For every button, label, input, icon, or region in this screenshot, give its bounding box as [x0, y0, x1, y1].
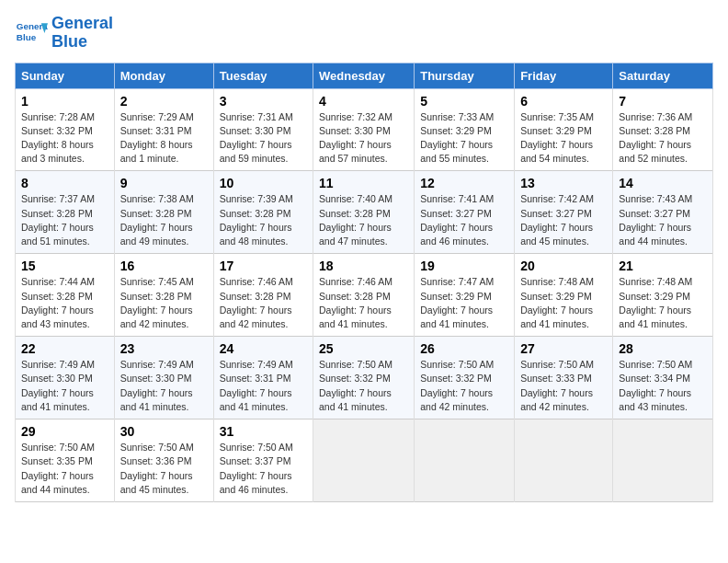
- calendar-cell: 11Sunrise: 7:40 AM Sunset: 3:28 PM Dayli…: [313, 171, 415, 254]
- day-info: Sunrise: 7:46 AM Sunset: 3:28 PM Dayligh…: [319, 275, 408, 331]
- calendar-cell: 10Sunrise: 7:39 AM Sunset: 3:28 PM Dayli…: [213, 171, 313, 254]
- calendar-cell: 22Sunrise: 7:49 AM Sunset: 3:30 PM Dayli…: [16, 337, 115, 419]
- day-number: 30: [120, 424, 208, 439]
- day-number: 11: [319, 176, 408, 190]
- day-info: Sunrise: 7:50 AM Sunset: 3:36 PM Dayligh…: [120, 441, 208, 497]
- day-info: Sunrise: 7:50 AM Sunset: 3:37 PM Dayligh…: [220, 441, 307, 497]
- calendar-cell: 7Sunrise: 7:36 AM Sunset: 3:28 PM Daylig…: [613, 88, 713, 171]
- calendar-cell: 26Sunrise: 7:50 AM Sunset: 3:32 PM Dayli…: [415, 337, 515, 419]
- day-number: 18: [319, 259, 408, 273]
- logo-text: General Blue: [51, 15, 113, 52]
- day-number: 8: [21, 176, 108, 190]
- calendar-cell: [515, 419, 613, 502]
- day-info: Sunrise: 7:40 AM Sunset: 3:28 PM Dayligh…: [319, 192, 408, 248]
- day-info: Sunrise: 7:43 AM Sunset: 3:27 PM Dayligh…: [619, 192, 707, 248]
- column-header-monday: Monday: [114, 63, 213, 88]
- logo-general: General: [51, 14, 113, 32]
- calendar-cell: 25Sunrise: 7:50 AM Sunset: 3:32 PM Dayli…: [313, 337, 415, 419]
- day-number: 21: [619, 259, 707, 273]
- calendar-cell: 17Sunrise: 7:46 AM Sunset: 3:28 PM Dayli…: [213, 254, 313, 337]
- week-row-4: 22Sunrise: 7:49 AM Sunset: 3:30 PM Dayli…: [16, 337, 713, 419]
- page-header: General Blue General Blue: [15, 15, 713, 52]
- day-number: 3: [220, 94, 307, 109]
- day-number: 27: [520, 341, 607, 356]
- calendar-cell: 14Sunrise: 7:43 AM Sunset: 3:27 PM Dayli…: [613, 171, 713, 254]
- day-number: 12: [420, 176, 508, 190]
- day-info: Sunrise: 7:48 AM Sunset: 3:29 PM Dayligh…: [520, 275, 607, 331]
- day-number: 14: [619, 176, 707, 190]
- day-info: Sunrise: 7:50 AM Sunset: 3:35 PM Dayligh…: [21, 441, 108, 497]
- day-info: Sunrise: 7:50 AM Sunset: 3:33 PM Dayligh…: [520, 358, 607, 414]
- day-info: Sunrise: 7:49 AM Sunset: 3:30 PM Dayligh…: [120, 358, 208, 414]
- day-info: Sunrise: 7:44 AM Sunset: 3:28 PM Dayligh…: [21, 275, 108, 331]
- day-number: 20: [520, 259, 607, 273]
- day-number: 25: [319, 341, 408, 356]
- calendar-cell: 28Sunrise: 7:50 AM Sunset: 3:34 PM Dayli…: [613, 337, 713, 419]
- day-number: 1: [21, 94, 108, 109]
- day-number: 29: [21, 424, 108, 439]
- calendar-cell: 12Sunrise: 7:41 AM Sunset: 3:27 PM Dayli…: [415, 171, 515, 254]
- column-header-tuesday: Tuesday: [213, 63, 313, 88]
- day-number: 17: [220, 259, 307, 273]
- calendar-cell: 1Sunrise: 7:28 AM Sunset: 3:32 PM Daylig…: [16, 88, 115, 171]
- calendar-cell: [313, 419, 415, 502]
- day-number: 16: [120, 259, 208, 273]
- day-number: 26: [420, 341, 508, 356]
- day-number: 2: [120, 94, 208, 109]
- day-number: 9: [120, 176, 208, 190]
- day-info: Sunrise: 7:29 AM Sunset: 3:31 PM Dayligh…: [120, 110, 208, 167]
- logo: General Blue General Blue: [15, 15, 113, 52]
- calendar-cell: 21Sunrise: 7:48 AM Sunset: 3:29 PM Dayli…: [613, 254, 713, 337]
- column-header-friday: Friday: [515, 63, 613, 88]
- calendar-cell: 15Sunrise: 7:44 AM Sunset: 3:28 PM Dayli…: [16, 254, 115, 337]
- calendar-cell: 3Sunrise: 7:31 AM Sunset: 3:30 PM Daylig…: [213, 88, 313, 171]
- day-number: 13: [520, 176, 607, 190]
- day-info: Sunrise: 7:50 AM Sunset: 3:32 PM Dayligh…: [420, 358, 508, 414]
- day-info: Sunrise: 7:31 AM Sunset: 3:30 PM Dayligh…: [220, 110, 307, 167]
- day-info: Sunrise: 7:36 AM Sunset: 3:28 PM Dayligh…: [619, 110, 707, 167]
- calendar-cell: 16Sunrise: 7:45 AM Sunset: 3:28 PM Dayli…: [114, 254, 213, 337]
- column-header-saturday: Saturday: [613, 63, 713, 88]
- day-info: Sunrise: 7:50 AM Sunset: 3:32 PM Dayligh…: [319, 358, 408, 414]
- calendar-cell: 29Sunrise: 7:50 AM Sunset: 3:35 PM Dayli…: [16, 419, 115, 502]
- day-number: 10: [220, 176, 307, 190]
- day-info: Sunrise: 7:32 AM Sunset: 3:30 PM Dayligh…: [319, 110, 408, 167]
- day-info: Sunrise: 7:41 AM Sunset: 3:27 PM Dayligh…: [420, 192, 508, 248]
- day-info: Sunrise: 7:39 AM Sunset: 3:28 PM Dayligh…: [220, 192, 307, 248]
- day-info: Sunrise: 7:38 AM Sunset: 3:28 PM Dayligh…: [120, 192, 208, 248]
- calendar-cell: 8Sunrise: 7:37 AM Sunset: 3:28 PM Daylig…: [16, 171, 115, 254]
- calendar-cell: 30Sunrise: 7:50 AM Sunset: 3:36 PM Dayli…: [114, 419, 213, 502]
- logo-icon: General Blue: [15, 17, 48, 50]
- calendar-cell: 5Sunrise: 7:33 AM Sunset: 3:29 PM Daylig…: [415, 88, 515, 171]
- day-info: Sunrise: 7:50 AM Sunset: 3:34 PM Dayligh…: [619, 358, 707, 414]
- header-row: SundayMondayTuesdayWednesdayThursdayFrid…: [16, 63, 713, 88]
- calendar-cell: 9Sunrise: 7:38 AM Sunset: 3:28 PM Daylig…: [114, 171, 213, 254]
- day-number: 4: [319, 94, 408, 109]
- calendar-cell: [415, 419, 515, 502]
- week-row-3: 15Sunrise: 7:44 AM Sunset: 3:28 PM Dayli…: [16, 254, 713, 337]
- day-info: Sunrise: 7:46 AM Sunset: 3:28 PM Dayligh…: [220, 275, 307, 331]
- day-number: 23: [120, 341, 208, 356]
- calendar-cell: [613, 419, 713, 502]
- day-info: Sunrise: 7:42 AM Sunset: 3:27 PM Dayligh…: [520, 192, 607, 248]
- calendar-cell: 2Sunrise: 7:29 AM Sunset: 3:31 PM Daylig…: [114, 88, 213, 171]
- day-info: Sunrise: 7:37 AM Sunset: 3:28 PM Dayligh…: [21, 192, 108, 248]
- calendar-table: SundayMondayTuesdayWednesdayThursdayFrid…: [15, 63, 713, 502]
- calendar-cell: 27Sunrise: 7:50 AM Sunset: 3:33 PM Dayli…: [515, 337, 613, 419]
- calendar-cell: 20Sunrise: 7:48 AM Sunset: 3:29 PM Dayli…: [515, 254, 613, 337]
- day-info: Sunrise: 7:49 AM Sunset: 3:30 PM Dayligh…: [21, 358, 108, 414]
- svg-text:Blue: Blue: [17, 32, 37, 42]
- calendar-cell: 13Sunrise: 7:42 AM Sunset: 3:27 PM Dayli…: [515, 171, 613, 254]
- column-header-thursday: Thursday: [415, 63, 515, 88]
- day-number: 22: [21, 341, 108, 356]
- calendar-cell: 23Sunrise: 7:49 AM Sunset: 3:30 PM Dayli…: [114, 337, 213, 419]
- column-header-sunday: Sunday: [16, 63, 115, 88]
- calendar-cell: 6Sunrise: 7:35 AM Sunset: 3:29 PM Daylig…: [515, 88, 613, 171]
- calendar-cell: 31Sunrise: 7:50 AM Sunset: 3:37 PM Dayli…: [213, 419, 313, 502]
- logo-blue: Blue: [51, 32, 87, 51]
- day-number: 15: [21, 259, 108, 273]
- column-header-wednesday: Wednesday: [313, 63, 415, 88]
- day-number: 6: [520, 94, 607, 109]
- calendar-cell: 19Sunrise: 7:47 AM Sunset: 3:29 PM Dayli…: [415, 254, 515, 337]
- week-row-1: 1Sunrise: 7:28 AM Sunset: 3:32 PM Daylig…: [16, 88, 713, 171]
